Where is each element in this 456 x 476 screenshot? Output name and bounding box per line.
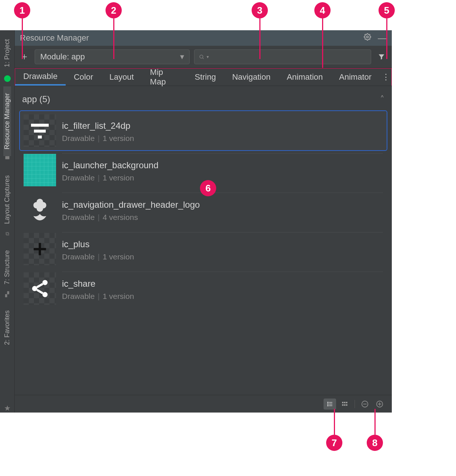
tab-drawable-label: Drawable	[23, 72, 58, 81]
resource-thumbnail	[24, 193, 56, 226]
search-input[interactable]	[211, 53, 366, 61]
section-header[interactable]: app (5) ˄	[15, 86, 392, 111]
resource-subtitle: Drawable|1 version	[62, 134, 383, 143]
resource-name: ic_share	[62, 279, 383, 289]
resource-item[interactable]: ic_plus Drawable|1 version	[20, 229, 387, 269]
svg-rect-15	[327, 402, 328, 403]
tabs-overflow[interactable]: ⋮	[380, 72, 392, 82]
svg-rect-24	[342, 404, 343, 406]
zoom-out-button[interactable]	[359, 399, 371, 410]
tab-layout[interactable]: Layout	[101, 69, 142, 86]
tab-mipmap[interactable]: Mip Map	[142, 69, 187, 86]
toolstrip-favorites[interactable]: 2: Favorites	[3, 304, 11, 352]
filter-list-icon	[28, 119, 52, 142]
tab-animator-label: Animator	[339, 72, 372, 82]
callout-8: 8	[367, 435, 383, 451]
svg-rect-5	[31, 124, 49, 127]
list-view-button[interactable]	[324, 399, 336, 410]
grid-icon	[341, 401, 349, 407]
tab-animation-label: Animation	[287, 72, 323, 82]
tab-animation[interactable]: Animation	[279, 69, 331, 86]
tab-layout-label: Layout	[110, 72, 134, 82]
resource-name: ic_launcher_background	[62, 160, 383, 170]
resource-thumbnail	[24, 154, 56, 186]
svg-rect-17	[327, 403, 328, 404]
svg-rect-22	[344, 402, 346, 403]
layout-captures-icon: ⧉	[6, 231, 9, 237]
svg-rect-20	[329, 405, 332, 406]
structure-icon: ▞	[5, 291, 9, 297]
toolstrip-layout-captures-label: Layout Captures	[3, 175, 11, 224]
search-dropdown-icon: ▾	[207, 54, 209, 59]
toolbar-row: Module: app ▾ ▾	[15, 46, 392, 68]
flower-icon	[27, 197, 53, 223]
tab-color-label: Color	[74, 72, 93, 82]
resource-list: ic_filter_list_24dp Drawable|1 version i…	[15, 111, 392, 308]
resource-item[interactable]: ic_share Drawable|1 version	[20, 269, 387, 308]
toolstrip-layout-captures[interactable]: Layout Captures	[3, 169, 11, 231]
panel-titlebar: Resource Manager —	[15, 30, 392, 46]
left-toolstrip: 1: Project Resource Manager ▝▘ Layout Ca…	[0, 30, 15, 413]
tab-navigation[interactable]: Navigation	[224, 69, 279, 86]
search-field[interactable]: ▾	[194, 49, 371, 64]
zoom-in-button[interactable]	[373, 399, 386, 410]
callout-line	[113, 18, 114, 59]
tab-string-label: String	[195, 72, 216, 82]
svg-rect-26	[346, 404, 348, 406]
svg-rect-25	[344, 404, 346, 406]
toolstrip-resource-manager[interactable]: Resource Manager	[3, 86, 11, 156]
svg-rect-8	[24, 154, 56, 186]
callout-line	[374, 409, 376, 435]
callout-line	[386, 18, 387, 59]
toolstrip-project[interactable]: 1: Project	[3, 32, 11, 74]
grid-view-button[interactable]	[338, 399, 351, 410]
tab-animator[interactable]: Animator	[331, 69, 380, 86]
svg-rect-21	[342, 402, 343, 403]
svg-point-12	[42, 280, 48, 285]
tab-drawable[interactable]: Drawable	[15, 69, 66, 86]
plus-circle-icon	[376, 400, 384, 408]
svg-point-14	[42, 292, 48, 297]
resource-subtitle: Drawable|4 versions	[62, 213, 383, 222]
panel-title: Resource Manager	[20, 33, 89, 43]
svg-rect-7	[38, 135, 42, 138]
module-dropdown[interactable]: Module: app ▾	[35, 49, 190, 64]
list-icon	[326, 401, 334, 407]
module-dropdown-label: Module: app	[40, 52, 85, 62]
resource-thumbnail	[24, 272, 56, 305]
tab-string[interactable]: String	[187, 69, 224, 86]
svg-point-13	[32, 286, 37, 291]
search-icon	[199, 54, 204, 60]
chevron-down-icon: ▾	[180, 52, 184, 62]
svg-line-4	[203, 58, 204, 59]
filter-button[interactable]	[376, 51, 387, 63]
callout-7: 7	[326, 435, 342, 451]
callout-line	[322, 18, 323, 68]
svg-point-0	[367, 36, 369, 38]
minus-circle-icon	[361, 400, 369, 408]
callout-4: 4	[314, 2, 331, 18]
resource-tabs: Drawable Color Layout Mip Map String Nav…	[15, 68, 392, 86]
toolstrip-project-label: 1: Project	[3, 39, 11, 67]
resource-manager-icon: ▝▘	[3, 156, 11, 162]
gear-icon[interactable]	[364, 33, 371, 43]
svg-point-3	[200, 55, 203, 58]
resource-manager-panel: 1: Project Resource Manager ▝▘ Layout Ca…	[0, 30, 392, 413]
svg-rect-16	[329, 402, 332, 403]
section-title: app (5)	[22, 94, 50, 104]
resource-name: ic_filter_list_24dp	[62, 121, 383, 131]
callout-1: 1	[14, 2, 30, 18]
add-button[interactable]	[18, 51, 30, 63]
resource-item[interactable]: ic_filter_list_24dp Drawable|1 version	[20, 111, 387, 150]
toolstrip-structure[interactable]: 7: Structure	[3, 244, 11, 291]
callout-5: 5	[379, 2, 395, 18]
resource-item[interactable]: ic_navigation_drawer_header_logo Drawabl…	[20, 190, 387, 229]
tab-mipmap-label: Mip Map	[150, 68, 179, 87]
plus-icon	[31, 240, 49, 258]
callout-3: 3	[252, 2, 268, 18]
tab-color[interactable]: Color	[66, 69, 101, 86]
toolstrip-resource-manager-label: Resource Manager	[3, 93, 11, 149]
resource-subtitle: Drawable|1 version	[62, 292, 383, 301]
svg-rect-6	[34, 130, 46, 132]
tab-navigation-label: Navigation	[232, 72, 270, 82]
